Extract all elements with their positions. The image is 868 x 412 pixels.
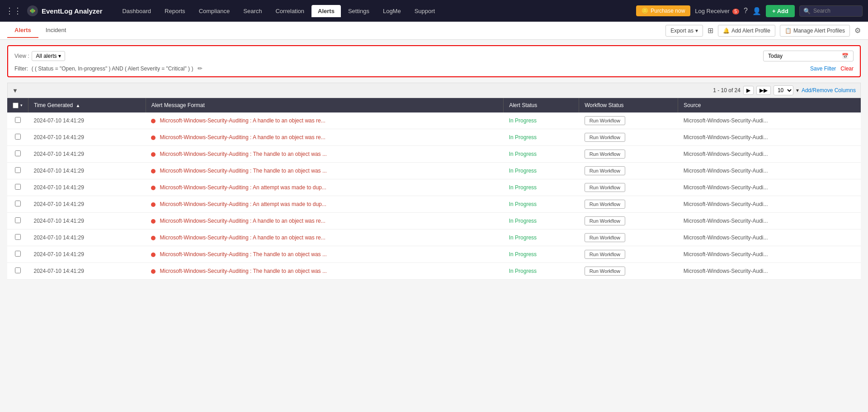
alert-message-text[interactable]: Microsoft-Windows-Security-Auditing : A … [160, 234, 326, 241]
cell-time: 2024-07-10 14:41:29 [28, 213, 146, 229]
row-checkbox-cell [7, 112, 28, 129]
brand-logo-icon [26, 5, 39, 17]
dropdown-arrow-icon: ▾ [695, 28, 698, 34]
search-input[interactable] [813, 8, 859, 14]
nav-dashboard[interactable]: Dashboard [116, 5, 157, 17]
col-time-generated[interactable]: Time Generated ▲ [28, 98, 146, 112]
pagination-text: 1 - 10 of 24 [713, 87, 741, 94]
row-checkbox-cell [7, 196, 28, 213]
row-checkbox-cell [7, 163, 28, 179]
settings-gear-button[interactable]: ⚙ [854, 26, 861, 35]
cell-workflow: Run Workflow [579, 213, 678, 229]
table-row: 2024-07-10 14:41:29 Microsoft-Windows-Se… [7, 179, 861, 196]
select-all-checkbox[interactable] [13, 103, 19, 108]
row-checkbox[interactable] [15, 267, 21, 273]
clear-filter-link[interactable]: Clear [840, 66, 854, 72]
edit-filter-icon[interactable]: ✏ [198, 65, 203, 72]
row-checkbox[interactable] [15, 217, 21, 223]
user-avatar-icon[interactable]: 👤 [752, 7, 761, 15]
cell-status: In Progress [504, 146, 579, 163]
cell-source: Microsoft-Windows-Security-Audi... [678, 146, 861, 163]
add-button[interactable]: + Add [766, 5, 795, 17]
select-all-header: ▾ [7, 98, 28, 112]
notification-badge: 5 [732, 9, 740, 14]
view-dropdown[interactable]: All alerts ▾ [32, 51, 65, 61]
row-checkbox[interactable] [15, 167, 21, 173]
save-filter-link[interactable]: Save Filter [810, 66, 836, 72]
cell-message: Microsoft-Windows-Security-Auditing : Th… [146, 246, 503, 263]
calendar-icon: 📅 [842, 53, 849, 59]
cell-source: Microsoft-Windows-Security-Audi... [678, 246, 861, 263]
row-checkbox[interactable] [15, 134, 21, 140]
table-row: 2024-07-10 14:41:29 Microsoft-Windows-Se… [7, 213, 861, 229]
search-box: 🔍 [799, 5, 863, 17]
cell-workflow: Run Workflow [579, 129, 678, 146]
row-checkbox[interactable] [15, 184, 21, 190]
severity-dot-icon [151, 253, 156, 257]
add-remove-columns-link[interactable]: Add/Remove Columns [802, 87, 856, 94]
apps-grid-icon[interactable]: ⋮⋮ [5, 6, 22, 16]
filter-funnel-icon[interactable]: ▼ [12, 87, 18, 94]
alert-message-text[interactable]: Microsoft-Windows-Security-Auditing : An… [160, 201, 326, 207]
alert-message-text[interactable]: Microsoft-Windows-Security-Auditing : A … [160, 134, 326, 140]
page-size-select[interactable]: 10 [774, 85, 793, 95]
purchase-now-button[interactable]: 🪙 Purchase now [636, 5, 690, 16]
alert-status-text: In Progress [509, 184, 537, 191]
row-checkbox[interactable] [15, 201, 21, 206]
row-checkbox[interactable] [15, 150, 21, 156]
row-checkbox[interactable] [15, 234, 21, 240]
run-workflow-button[interactable]: Run Workflow [585, 233, 625, 242]
row-checkbox[interactable] [15, 251, 21, 257]
nav-reports[interactable]: Reports [158, 5, 192, 17]
run-workflow-button[interactable]: Run Workflow [585, 267, 625, 276]
add-alert-profile-button[interactable]: 🔔 Add Alert Profile [718, 25, 775, 37]
nav-logme[interactable]: LogMe [377, 5, 407, 17]
alert-status-text: In Progress [509, 151, 537, 157]
cell-time: 2024-07-10 14:41:29 [28, 163, 146, 179]
run-workflow-button[interactable]: Run Workflow [585, 216, 625, 225]
nav-search[interactable]: Search [237, 5, 268, 17]
cell-message: Microsoft-Windows-Security-Auditing : A … [146, 112, 503, 129]
row-checkbox[interactable] [15, 117, 21, 123]
nav-alerts[interactable]: Alerts [311, 5, 341, 17]
alert-message-text[interactable]: Microsoft-Windows-Security-Auditing : Th… [160, 268, 327, 274]
run-workflow-button[interactable]: Run Workflow [585, 133, 625, 142]
alert-status-text: In Progress [509, 168, 537, 174]
severity-dot-icon [151, 202, 156, 207]
row-checkbox-cell [7, 246, 28, 263]
alert-message-text[interactable]: Microsoft-Windows-Security-Auditing : A … [160, 218, 326, 224]
cell-workflow: Run Workflow [579, 112, 678, 129]
log-receiver-link[interactable]: Log Receiver 5 [695, 8, 739, 14]
alert-message-text[interactable]: Microsoft-Windows-Security-Auditing : A … [160, 117, 326, 124]
cell-time: 2024-07-10 14:41:29 [28, 196, 146, 213]
last-page-button[interactable]: ▶▶ [756, 86, 771, 95]
nav-support[interactable]: Support [408, 5, 442, 17]
alert-message-text[interactable]: Microsoft-Windows-Security-Auditing : Th… [160, 151, 327, 157]
row-checkbox-cell [7, 179, 28, 196]
date-picker-button[interactable]: Today 📅 [763, 51, 854, 61]
nav-settings[interactable]: Settings [342, 5, 376, 17]
export-button[interactable]: Export as ▾ [665, 25, 703, 37]
cell-time: 2024-07-10 14:41:29 [28, 112, 146, 129]
cell-status: In Progress [504, 179, 579, 196]
run-workflow-button[interactable]: Run Workflow [585, 183, 625, 192]
run-workflow-button[interactable]: Run Workflow [585, 166, 625, 175]
nav-correlation[interactable]: Correlation [269, 5, 311, 17]
alert-message-text[interactable]: Microsoft-Windows-Security-Auditing : Th… [160, 251, 327, 258]
tab-alerts[interactable]: Alerts [7, 23, 38, 38]
run-workflow-button[interactable]: Run Workflow [585, 150, 625, 159]
help-icon[interactable]: ? [744, 7, 748, 15]
alert-message-text[interactable]: Microsoft-Windows-Security-Auditing : An… [160, 184, 326, 191]
source-text: Microsoft-Windows-Security-Audi... [684, 184, 768, 191]
run-workflow-button[interactable]: Run Workflow [585, 200, 625, 209]
top-navbar: ⋮⋮ EventLog Analyzer Dashboard Reports C… [0, 0, 868, 22]
manage-alert-profiles-button[interactable]: 📋 Manage Alert Profiles [780, 25, 850, 37]
run-workflow-button[interactable]: Run Workflow [585, 250, 625, 259]
nav-compliance[interactable]: Compliance [193, 5, 236, 17]
next-page-button[interactable]: ▶ [743, 86, 754, 95]
alert-message-text[interactable]: Microsoft-Windows-Security-Auditing : Th… [160, 168, 327, 174]
source-text: Microsoft-Windows-Security-Audi... [684, 201, 768, 207]
tab-incident[interactable]: Incident [38, 23, 74, 38]
cell-workflow: Run Workflow [579, 163, 678, 179]
run-workflow-button[interactable]: Run Workflow [585, 116, 625, 125]
